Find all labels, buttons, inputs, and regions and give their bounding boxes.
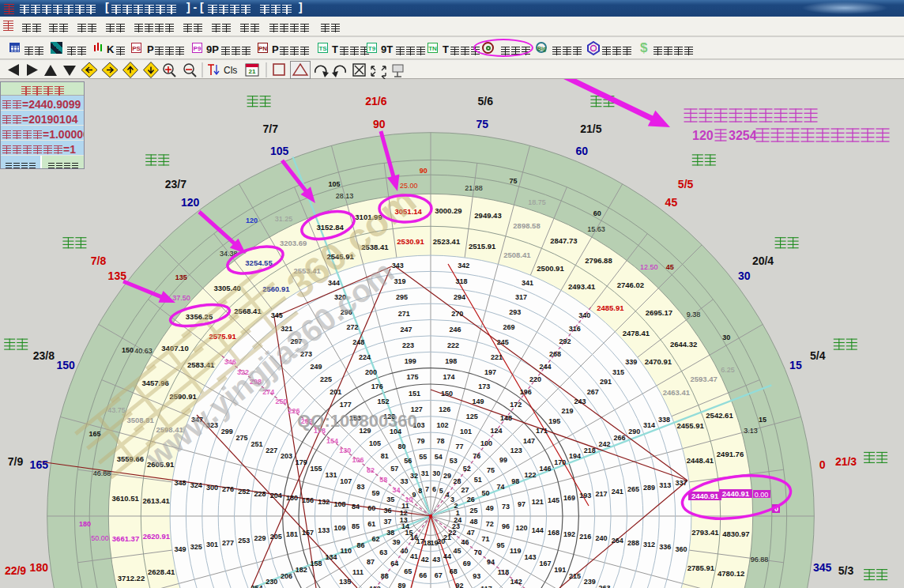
svg-text:0: 0 [819,458,826,471]
svg-text:2440.91: 2440.91 [691,492,719,500]
svg-text:34: 34 [392,486,400,494]
svg-text:25: 25 [469,507,477,514]
svg-text:89: 89 [397,582,405,588]
svg-text:254: 254 [250,584,262,588]
svg-text:180: 180 [79,520,91,528]
svg-text:173: 173 [478,383,490,390]
svg-text:248: 248 [352,338,364,346]
svg-text:2949.43: 2949.43 [474,211,501,220]
svg-text:158: 158 [311,560,322,567]
svg-text:3254.55: 3254.55 [245,258,273,267]
svg-text:2542.61: 2542.61 [706,411,733,420]
svg-text:5: 5 [439,487,443,495]
svg-text:15.63: 15.63 [587,225,605,233]
svg-text:120: 120 [246,217,258,224]
svg-text:2847.73: 2847.73 [550,236,577,245]
svg-text:157: 157 [302,529,314,537]
svg-text:198: 198 [445,357,457,365]
svg-text:243: 243 [574,398,586,405]
svg-text:82: 82 [367,466,375,474]
svg-text:135: 135 [339,578,351,586]
svg-text:21.88: 21.88 [465,184,483,192]
svg-text:61: 61 [367,520,375,528]
svg-text:121: 121 [532,498,544,506]
svg-text:180: 180 [30,561,49,574]
svg-text:293: 293 [509,308,521,316]
svg-text:126: 126 [439,405,450,413]
svg-text:100: 100 [480,439,492,447]
svg-text:2491.76: 2491.76 [717,450,744,458]
svg-text:268: 268 [549,350,561,358]
svg-text:117: 117 [480,585,492,588]
svg-text:288: 288 [627,539,639,547]
svg-text:123: 123 [510,447,522,454]
svg-text:2628.41: 2628.41 [148,567,175,576]
svg-text:105: 105 [270,145,289,157]
svg-text:337: 337 [675,479,687,487]
svg-text:58: 58 [379,476,387,484]
svg-text:194: 194 [569,452,581,460]
svg-text:86: 86 [357,541,365,549]
svg-text:2463.41: 2463.41 [663,388,691,397]
svg-text:70: 70 [474,548,482,556]
svg-text:92: 92 [456,582,464,588]
svg-text:69: 69 [463,560,471,567]
svg-text:2455.91: 2455.91 [676,421,704,430]
svg-text:124: 124 [490,427,502,435]
svg-text:120: 120 [181,196,200,209]
svg-text:156: 156 [302,496,314,504]
svg-text:72: 72 [486,520,494,528]
svg-text:3254: 3254 [729,129,757,142]
svg-text:43: 43 [432,556,440,564]
svg-text:54: 54 [435,453,443,461]
svg-text:270: 270 [451,310,463,318]
svg-text:2523.41: 2523.41 [433,237,461,246]
svg-text:87: 87 [367,558,375,566]
svg-text:21: 21 [249,68,256,75]
svg-text:51: 51 [474,476,482,484]
svg-text:5/4: 5/4 [810,349,826,362]
svg-text:40: 40 [401,547,409,555]
svg-text:250: 250 [275,398,287,405]
svg-text:252: 252 [238,488,250,496]
svg-text:71: 71 [482,535,490,543]
svg-text:219: 219 [561,407,573,415]
svg-text:Cls: Cls [224,65,237,76]
svg-text:53: 53 [450,457,458,465]
svg-text:68: 68 [450,567,458,575]
svg-text:3610.51: 3610.51 [111,494,139,503]
svg-text:135: 135 [175,273,187,281]
svg-text:28: 28 [453,477,461,485]
svg-text:62: 62 [371,535,379,543]
svg-text:312: 312 [643,541,655,548]
svg-text:147: 147 [523,437,535,445]
svg-text:75: 75 [509,177,517,185]
svg-text:276: 276 [222,485,234,493]
svg-text:299: 299 [221,428,233,435]
svg-text:215: 215 [569,572,581,580]
svg-text:37.50: 37.50 [172,294,190,302]
svg-text:60: 60 [593,209,601,217]
svg-text:175: 175 [406,373,418,381]
svg-text:6: 6 [432,485,436,493]
svg-text:125: 125 [466,413,478,420]
svg-text:324: 324 [190,481,202,489]
svg-text:221: 221 [491,353,503,361]
svg-text:253: 253 [238,537,250,545]
svg-text:133: 133 [318,526,330,534]
svg-text:203: 203 [281,452,292,460]
svg-text:275: 275 [235,434,247,442]
svg-text:155: 155 [311,465,322,473]
svg-text:4780.12: 4780.12 [718,569,744,578]
svg-text:349: 349 [174,545,186,553]
svg-text:5/6: 5/6 [477,95,493,107]
svg-text:112: 112 [369,585,381,588]
svg-text:263: 263 [599,584,611,588]
svg-text:315: 315 [612,368,624,376]
svg-text:171: 171 [536,427,548,435]
svg-text:2448.41: 2448.41 [687,456,714,465]
svg-text:152: 152 [377,398,389,405]
svg-text:122: 122 [524,471,536,479]
svg-text:45: 45 [666,263,674,271]
svg-text:9.38: 9.38 [687,311,701,318]
